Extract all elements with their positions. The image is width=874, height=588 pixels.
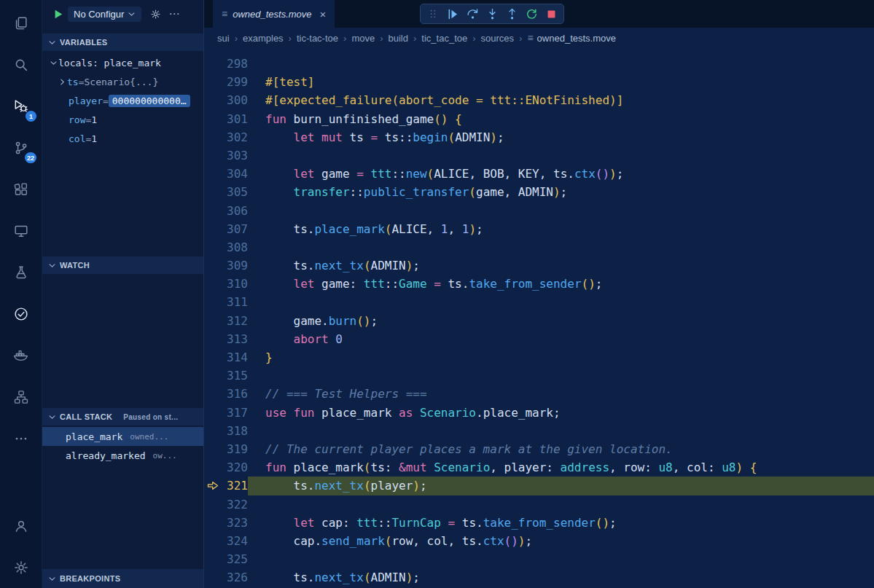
gutter-line-320[interactable]: 320 [204,458,248,477]
breadcrumb-item[interactable]: tic-tac-toe [297,33,338,44]
code-line-303[interactable]: 303 [204,146,874,165]
gutter-line-307[interactable]: 307 [204,220,248,238]
code-line-322[interactable]: 322 [204,495,874,514]
code-line-315[interactable]: 315 [204,366,874,385]
breadcrumb-item[interactable]: build [389,33,408,44]
code-line-text[interactable]: // The current player places a mark at t… [248,440,874,458]
line-number[interactable]: 302 [204,128,248,146]
activity-settings-icon[interactable] [0,546,42,588]
gutter-line-317[interactable]: 317 [204,404,248,422]
breadcrumb-item[interactable]: tic_tac_toe [421,33,467,44]
code-line-320[interactable]: 320fun place_mark(ts: &mut Scenario, pla… [204,458,874,477]
code-line-311[interactable]: 311 [204,293,874,311]
step-over-icon[interactable] [463,5,482,23]
activity-search-icon[interactable] [0,44,42,85]
code-line-text[interactable] [248,238,874,256]
code-line-text[interactable] [248,146,874,165]
gutter-line-310[interactable]: 310 [204,275,248,293]
code-line-301[interactable]: 301fun burn_unfinished_game() { [204,110,874,128]
code-line-text[interactable] [248,422,874,440]
line-number[interactable]: 319 [204,440,248,458]
code-line-text[interactable] [248,550,874,568]
gutter-line-308[interactable]: 308 [204,238,248,256]
code-line-text[interactable]: fun burn_unfinished_game() { [248,110,874,128]
drag-grip-icon[interactable] [424,5,442,23]
gutter-line-309[interactable]: 309 [204,256,248,275]
code-line-text[interactable]: abort 0 [248,330,874,348]
watch-section-header[interactable]: WATCH [42,256,203,274]
step-out-icon[interactable] [502,5,521,23]
activity-extensions-icon[interactable] [0,168,42,210]
breadcrumb-item[interactable]: sources [481,33,515,44]
code-line-309[interactable]: 309 ts.next_tx(ADMIN); [204,256,874,275]
start-debugging-icon[interactable] [52,8,64,20]
line-number[interactable]: 301 [204,110,248,128]
code-line-text[interactable] [248,293,874,311]
code-line-text[interactable]: ts.next_tx(ADMIN); [248,568,874,587]
line-number[interactable]: 316 [204,385,248,403]
activity-remote-explorer-icon[interactable] [0,210,42,251]
gutter-line-301[interactable]: 301 [204,110,248,128]
activity-checks-icon[interactable] [0,293,42,334]
code-line-304[interactable]: 304 let game = ttt::new(ALICE, BOB, KEY,… [204,165,874,183]
variables-section-header[interactable]: VARIABLES [42,34,203,51]
line-number[interactable]: 308 [204,238,248,256]
code-line-text[interactable]: // === Test Helpers === [248,385,874,403]
variable-row-player[interactable]: player = 000000000000… [42,91,203,110]
code-line-302[interactable]: 302 let mut ts = ts::begin(ADMIN); [204,128,874,146]
code-line-324[interactable]: 324 cap.send_mark(row, col, ts.ctx()); [204,532,874,550]
code-line-319[interactable]: 319// The current player places a mark a… [204,440,874,458]
line-number[interactable]: 305 [204,183,248,201]
code-line-307[interactable]: 307 ts.place_mark(ALICE, 1, 1); [204,220,874,238]
code-line-314[interactable]: 314} [204,348,874,366]
code-line-text[interactable]: let game = ttt::new(ALICE, BOB, KEY, ts.… [248,165,874,183]
breadcrumb-item[interactable]: sui [217,33,230,44]
line-number[interactable]: 314 [204,348,248,366]
line-number[interactable]: 306 [204,202,248,220]
line-number[interactable]: 324 [204,532,248,550]
activity-source-control-icon[interactable]: 22 [0,127,42,168]
code-line-299[interactable]: 299#[test] [204,73,874,91]
variables-scope-row[interactable]: locals: place_mark [42,53,203,72]
gutter-line-326[interactable]: 326 [204,568,248,587]
gutter-line-305[interactable]: 305 [204,183,248,201]
gutter-line-306[interactable]: 306 [204,202,248,220]
activity-more-icon[interactable] [0,418,42,459]
line-number[interactable]: 309 [204,256,248,275]
line-number[interactable]: 303 [204,146,248,165]
activity-account-icon[interactable] [0,505,42,546]
code-line-300[interactable]: 300#[expected_failure(abort_code = ttt::… [204,91,874,109]
line-number[interactable]: 318 [204,422,248,440]
more-actions-icon[interactable]: ⋯ [168,7,179,20]
code-line-321[interactable]: 321 ts.next_tx(player); [204,477,874,495]
gutter-line-323[interactable]: 323 [204,514,248,532]
code-line-text[interactable]: fun place_mark(ts: &mut Scenario, player… [248,458,874,477]
code-line-text[interactable]: let game: ttt::Game = ts.take_from_sende… [248,275,874,293]
variable-row-row[interactable]: row = 1 [42,110,203,129]
line-number[interactable]: 325 [204,550,248,568]
call-stack-frame[interactable]: place_markowned... [42,427,203,446]
code-line-text[interactable]: let cap: ttt::TurnCap = ts.take_from_sen… [248,514,874,532]
code-line-text[interactable]: ts.place_mark(ALICE, 1, 1); [248,220,874,238]
code-line-text[interactable]: let mut ts = ts::begin(ADMIN); [248,128,874,146]
line-number[interactable]: 323 [204,514,248,532]
code-line-308[interactable]: 308 [204,238,874,256]
variable-row-col[interactable]: col = 1 [42,129,203,148]
code-line-text[interactable]: ts.next_tx(player); [248,477,874,495]
code-line-298[interactable]: 298 [204,55,874,73]
code-line-text[interactable] [248,366,874,385]
code-line-310[interactable]: 310 let game: ttt::Game = ts.take_from_s… [204,275,874,293]
code-line-306[interactable]: 306 [204,202,874,220]
gutter-line-312[interactable]: 312 [204,312,248,330]
close-tab-icon[interactable]: × [320,8,327,20]
gutter-line-298[interactable]: 298 [204,55,248,73]
code-line-text[interactable] [248,202,874,220]
line-number[interactable]: 311 [204,293,248,311]
code-line-text[interactable]: cap.send_mark(row, col, ts.ctx()); [248,532,874,550]
code-line-text[interactable] [248,495,874,514]
line-number[interactable]: 320 [204,458,248,477]
line-number[interactable]: 317 [204,404,248,422]
code-line-text[interactable]: transfer::public_transfer(game, ADMIN); [248,183,874,201]
line-number[interactable]: 299 [204,73,248,91]
gutter-line-315[interactable]: 315 [204,366,248,385]
